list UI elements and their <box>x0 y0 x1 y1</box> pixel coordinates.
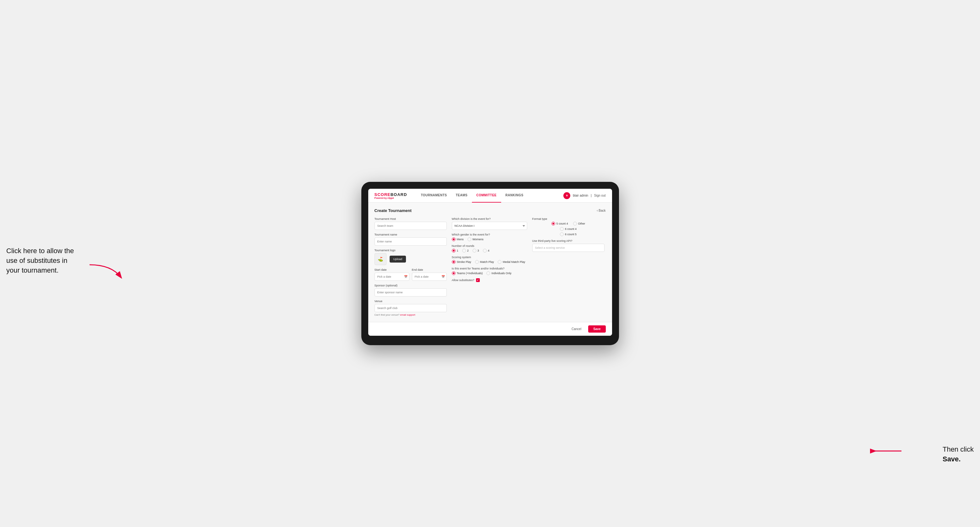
start-date-label: Start date <box>374 268 409 271</box>
division-select[interactable]: NCAA Division I <box>452 222 527 230</box>
end-date-label: End date <box>412 268 447 271</box>
round-4-radio[interactable] <box>483 249 487 252</box>
format-other-label: Other <box>578 222 585 225</box>
substitutes-checkbox-item[interactable]: Allow substitutes? <box>452 278 527 282</box>
gender-womens-radio[interactable] <box>468 237 471 241</box>
sponsor-input[interactable] <box>374 288 447 297</box>
nav-bar: SCORESCOREBOARDBOARD Powered by clippd T… <box>368 189 612 203</box>
date-row: Start date 📅 End date 📅 <box>374 268 447 281</box>
gender-radio-group: Mens Womens <box>452 237 527 241</box>
rounds-radio-group: 1 2 3 4 <box>452 249 527 252</box>
gender-label: Which gender is the event for? <box>452 233 527 236</box>
venue-input[interactable] <box>374 304 447 312</box>
tab-tournaments[interactable]: TOURNAMENTS <box>416 189 451 203</box>
event-individuals-radio[interactable] <box>487 271 490 275</box>
round-4-label: 4 <box>488 249 490 252</box>
annotation-right: Then click Save. <box>943 445 974 464</box>
rounds-label: Number of rounds <box>452 244 527 248</box>
scoring-stroke-radio[interactable] <box>452 260 456 264</box>
format-6count5-radio[interactable] <box>560 232 564 236</box>
nav-user: B blair admin | Sign out <box>563 192 606 199</box>
round-3[interactable]: 3 <box>473 249 479 252</box>
event-for-label: Is this event for Teams and/or Individua… <box>452 267 527 270</box>
substitutes-checkbox[interactable] <box>476 278 480 282</box>
end-date-group: End date 📅 <box>412 268 447 281</box>
venue-label: Venue <box>374 300 447 303</box>
api-group: Use third-party live scoring API? Select… <box>532 239 605 252</box>
annotation-left: Click here to allow the use of substitut… <box>6 246 82 275</box>
scoring-service-select[interactable]: Select a scoring service <box>532 244 605 252</box>
logo-powered: Powered by clippd <box>374 197 407 199</box>
tournament-name-label: Tournament name <box>374 233 447 236</box>
form-grid: Tournament Host Tournament name Tourname… <box>374 217 606 316</box>
format-6count4-radio[interactable] <box>560 227 564 231</box>
event-individuals[interactable]: Individuals Only <box>487 271 512 275</box>
save-button[interactable]: Save <box>588 325 606 333</box>
tournament-logo-label: Tournament logo <box>374 249 447 252</box>
round-4[interactable]: 4 <box>483 249 490 252</box>
division-group: Which division is the event for? NCAA Di… <box>452 217 527 230</box>
scoring-stroke-label: Stroke Play <box>457 260 471 264</box>
sign-out-link[interactable]: Sign out <box>594 194 606 197</box>
format-label: Format type <box>532 217 605 221</box>
format-group: Format type 5 count 4 Other <box>532 217 605 236</box>
scoring-group: Scoring system Stroke Play Match Play <box>452 256 527 264</box>
nav-logo: SCORESCOREBOARDBOARD Powered by clippd <box>374 192 407 199</box>
format-5count4-radio[interactable] <box>551 222 555 225</box>
event-teams[interactable]: Teams (+Individuals) <box>452 271 483 275</box>
tab-rankings[interactable]: RANKINGS <box>501 189 528 203</box>
round-3-radio[interactable] <box>473 249 476 252</box>
tournament-host-label: Tournament Host <box>374 217 447 221</box>
upload-button[interactable]: Upload <box>390 256 406 263</box>
round-1[interactable]: 1 <box>452 249 458 252</box>
round-3-label: 3 <box>477 249 479 252</box>
calendar-icon-start: 📅 <box>404 275 407 278</box>
tablet-screen: SCORESCOREBOARDBOARD Powered by clippd T… <box>368 189 612 336</box>
event-for-radio-group: Teams (+Individuals) Individuals Only <box>452 271 527 275</box>
format-other[interactable]: Other <box>573 222 585 225</box>
tournament-host-input[interactable] <box>374 222 447 230</box>
format-6count5[interactable]: 6 count 5 <box>560 232 577 236</box>
calendar-icon-end: 📅 <box>441 275 445 278</box>
scoring-match-radio[interactable] <box>475 260 479 264</box>
format-6count4[interactable]: 6 count 4 <box>560 227 577 231</box>
gender-mens[interactable]: Mens <box>452 237 464 241</box>
round-1-radio[interactable] <box>452 249 456 252</box>
scoring-medal-radio[interactable] <box>498 260 501 264</box>
round-2-label: 2 <box>467 249 469 252</box>
scoring-stroke[interactable]: Stroke Play <box>452 260 471 264</box>
scoring-radio-group: Stroke Play Match Play Medal Match Play <box>452 260 527 264</box>
format-other-radio[interactable] <box>573 222 577 225</box>
scoring-label: Scoring system <box>452 256 527 259</box>
nav-tabs: TOURNAMENTS TEAMS COMMITTEE RANKINGS <box>416 189 563 203</box>
avatar: B <box>563 192 570 199</box>
gender-mens-radio[interactable] <box>452 237 456 241</box>
email-support-link[interactable]: email support <box>400 313 415 316</box>
logo-upload-area: ⛳ Upload <box>374 253 447 265</box>
scoring-match[interactable]: Match Play <box>475 260 494 264</box>
gender-womens[interactable]: Womens <box>468 237 484 241</box>
tab-teams[interactable]: TEAMS <box>452 189 472 203</box>
round-2[interactable]: 2 <box>462 249 469 252</box>
logo-scoreboard: SCORESCOREBOARDBOARD <box>374 192 407 197</box>
cancel-button[interactable]: Cancel <box>568 325 585 333</box>
page-title: Create Tournament <box>374 208 412 213</box>
logo-placeholder: ⛳ <box>374 253 387 265</box>
event-individuals-label: Individuals Only <box>492 271 512 275</box>
venue-help: Can't find your venue? email support <box>374 313 447 316</box>
venue-group: Venue Can't find your venue? email suppo… <box>374 300 447 316</box>
substitutes-group: Allow substitutes? <box>452 278 527 282</box>
scoring-medal[interactable]: Medal Match Play <box>498 260 525 264</box>
format-5count4[interactable]: 5 count 4 <box>551 222 568 225</box>
nav-separator: | <box>591 194 592 197</box>
event-teams-radio[interactable] <box>452 271 456 275</box>
start-date-wrap: 📅 <box>374 273 409 281</box>
api-label: Use third-party live scoring API? <box>532 239 605 243</box>
tournament-host-group: Tournament Host <box>374 217 447 230</box>
back-link[interactable]: Back <box>597 209 606 212</box>
round-2-radio[interactable] <box>462 249 466 252</box>
tournament-name-input[interactable] <box>374 237 447 246</box>
rounds-group: Number of rounds 1 2 <box>452 244 527 252</box>
arrow-right-icon <box>870 445 905 457</box>
tab-committee[interactable]: COMMITTEE <box>472 189 501 203</box>
